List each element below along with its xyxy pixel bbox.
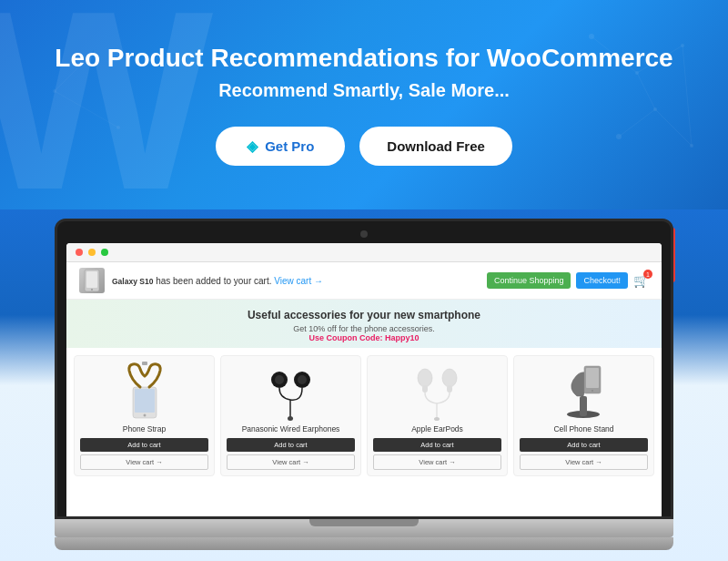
svg-line-10 [655, 109, 692, 146]
product-card-stand: Cell Phone Stand Add to cart View cart → [513, 355, 654, 476]
laptop-base [55, 519, 673, 537]
product-image-strap [80, 362, 208, 421]
cart-text: Galaxy S10 has been added to your cart. … [112, 276, 323, 286]
laptop-screen-wrapper: Galaxy S10 has been added to your cart. … [55, 219, 673, 519]
svg-rect-31 [422, 385, 428, 393]
product-image-stand [520, 362, 648, 421]
view-cart-stand[interactable]: View cart → [520, 454, 648, 470]
cart-notification-bar: Galaxy S10 has been added to your cart. … [66, 262, 662, 300]
cart-icon: 🛒 1 [633, 273, 649, 288]
product-actions-earphones: Add to cart View cart → [227, 438, 355, 470]
cart-bar-left: Galaxy S10 has been added to your cart. … [79, 268, 323, 293]
view-cart-earphones[interactable]: View cart → [227, 454, 355, 470]
svg-point-40 [592, 390, 593, 392]
hero-buttons: ◈ Get Pro Download Free [216, 127, 512, 166]
view-cart-strap[interactable]: View cart → [80, 454, 208, 470]
cart-bar-right: Continue Shopping Checkout! 🛒 1 [487, 272, 649, 289]
svg-rect-39 [586, 368, 599, 388]
product-name-strap: Phone Strap [123, 424, 166, 434]
add-to-cart-strap[interactable]: Add to cart [80, 438, 208, 452]
product-name-stand: Cell Phone Stand [553, 424, 613, 434]
laptop-bottom [55, 537, 673, 550]
svg-line-9 [619, 109, 655, 137]
svg-rect-23 [142, 362, 147, 365]
svg-point-30 [418, 369, 432, 387]
cart-badge: 1 [643, 270, 652, 279]
add-to-cart-earphones[interactable]: Add to cart [227, 438, 355, 452]
product-image-earphones [227, 362, 355, 421]
svg-point-22 [143, 414, 146, 417]
hero-title: Leo Product Recommendations for WooComme… [55, 44, 672, 73]
svg-rect-35 [434, 417, 440, 421]
browser-min-dot [88, 249, 96, 256]
download-free-button[interactable]: Download Free [359, 127, 512, 166]
cart-product-image [79, 268, 105, 293]
coupon-code-line: Use Coupon Code: Happy10 [79, 333, 649, 342]
browser-bar [66, 243, 662, 262]
browser-close-dot [76, 249, 83, 256]
svg-rect-18 [86, 271, 97, 288]
laptop-camera [360, 230, 368, 238]
product-name-earphones: Panasonic Wired Earphones [242, 424, 340, 434]
hero-section: W Leo Product Recommendations for WooCom… [0, 0, 728, 209]
diamond-icon: ◈ [247, 138, 258, 155]
svg-rect-21 [135, 389, 155, 413]
recommendation-header: Useful accessories for your new smartpho… [66, 300, 662, 348]
view-cart-link[interactable]: View cart → [274, 276, 323, 286]
svg-line-8 [637, 73, 655, 109]
get-pro-button[interactable]: ◈ Get Pro [216, 127, 345, 166]
laptop-frame: Galaxy S10 has been added to your cart. … [55, 219, 673, 550]
svg-rect-37 [580, 396, 587, 416]
product-card-earpods: Apple EarPods Add to cart View cart → [367, 355, 508, 476]
product-actions-stand: Add to cart View cart → [520, 438, 648, 470]
svg-rect-29 [288, 416, 293, 421]
svg-line-11 [682, 46, 692, 146]
recommendation-discount: Get 10% off for the phone accessories. [79, 324, 649, 333]
product-card-phone-strap: Phone Strap Add to cart View cart → [74, 355, 215, 476]
product-actions-strap: Add to cart View cart → [80, 438, 208, 470]
svg-point-19 [91, 289, 93, 291]
laptop-section: Galaxy S10 has been added to your cart. … [0, 209, 728, 561]
add-to-cart-stand[interactable]: Add to cart [520, 438, 648, 452]
svg-rect-33 [447, 385, 452, 393]
checkout-button[interactable]: Checkout! [576, 272, 628, 289]
product-actions-earpods: Add to cart View cart → [373, 438, 501, 470]
laptop-screen: Galaxy S10 has been added to your cart. … [66, 243, 662, 516]
browser-max-dot [101, 249, 108, 256]
hero-subtitle: Recommend Smartly, Sale More... [218, 80, 510, 101]
svg-point-27 [298, 375, 307, 384]
svg-line-16 [55, 91, 118, 128]
product-card-earphones: Panasonic Wired Earphones Add to cart Vi… [220, 355, 361, 476]
recommendation-title: Useful accessories for your new smartpho… [79, 309, 649, 321]
hero-bg-network [0, 0, 728, 209]
product-image-earpods [373, 362, 501, 421]
view-cart-earpods[interactable]: View cart → [373, 454, 501, 470]
svg-point-32 [442, 369, 457, 387]
continue-shopping-button[interactable]: Continue Shopping [487, 272, 571, 289]
products-grid: Phone Strap Add to cart View cart → [66, 348, 662, 484]
add-to-cart-earpods[interactable]: Add to cart [373, 438, 501, 452]
svg-point-25 [275, 375, 284, 384]
product-name-earpods: Apple EarPods [411, 424, 463, 434]
